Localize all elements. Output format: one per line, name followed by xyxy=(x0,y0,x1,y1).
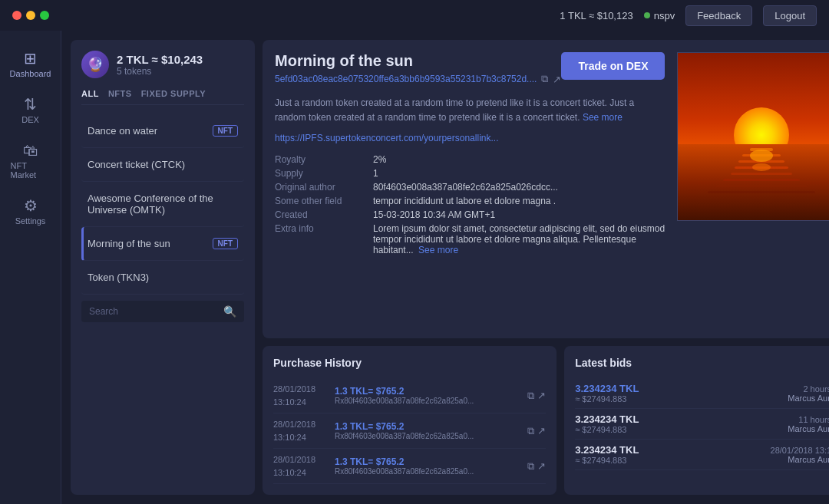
meta-value-created: 15-03-2018 10:34 AM GMT+1 xyxy=(373,209,665,220)
history-amount-0: 1.3 TKL= $765.2 Rx80f4603e008a387a08fe2c… xyxy=(335,386,520,405)
sidebar-item-nft-market[interactable]: 🛍 NFT Market xyxy=(5,135,57,187)
close-button[interactable] xyxy=(12,11,21,20)
content-area: 🔮 2 TKL ≈ $10,243 5 tokens ALL NFTS FIXE… xyxy=(61,31,829,504)
description-see-more[interactable]: See more xyxy=(583,112,623,123)
titlebar: 1 TKL ≈ $10,123 nspv Feedback Logout xyxy=(0,0,829,31)
history-amount-1: 1.3 TKL= $765.2 Rx80f4603e008a387a08fe2c… xyxy=(335,421,520,440)
copy-address-icon[interactable]: ⧉ xyxy=(541,73,548,85)
status-label: nspv xyxy=(654,10,675,21)
feedback-button[interactable]: Feedback xyxy=(685,5,752,26)
maximize-button[interactable] xyxy=(40,11,49,20)
bid-meta-2: 28/01/2018 13:10:24 Marcus Aurelius xyxy=(771,446,829,464)
history-row: 28/01/2018 13:10:24 1.3 TKL= $765.2 Rx80… xyxy=(273,378,546,413)
token-name: Dance on water xyxy=(88,125,157,137)
token-description: Just a random token created at a random … xyxy=(275,96,665,125)
token-title: Morning of the sun xyxy=(275,52,561,70)
svg-rect-8 xyxy=(723,179,800,181)
wallet-tokens: 5 tokens xyxy=(117,66,203,77)
token-name: Morning of the sun xyxy=(88,238,170,249)
wallet-header: 🔮 2 TKL ≈ $10,243 5 tokens xyxy=(81,51,244,78)
meta-label-other: Some other field xyxy=(275,196,367,206)
logout-button[interactable]: Logout xyxy=(763,5,817,26)
search-icon[interactable]: 🔍 xyxy=(223,305,236,318)
dex-icon: ⇅ xyxy=(24,97,37,112)
token-detail-header: Morning of the sun 5efd03ac08eac8e075320… xyxy=(275,52,665,96)
token-item-tkn3[interactable]: Token (TKN3) xyxy=(81,261,244,295)
bid-meta-1: 11 hours ago Marcus Aurelius xyxy=(788,415,829,433)
sidebar-item-label: Dashboard xyxy=(10,69,51,78)
history-row: 28/01/2018 13:10:24 1.3 TKL= $765.2 Rx80… xyxy=(273,413,546,449)
wallet-info: 2 TKL ≈ $10,243 5 tokens xyxy=(117,53,203,77)
token-name: Concert ticket (CTCK) xyxy=(88,159,185,170)
token-item-awesome-conf[interactable]: Awesome Conference of the Universe (OMTK… xyxy=(81,182,244,227)
history-date-2: 28/01/2018 13:10:24 xyxy=(273,453,327,479)
token-name: Token (TKN3) xyxy=(88,272,149,283)
sidebar-item-dex[interactable]: ⇅ DEX xyxy=(5,89,57,132)
sidebar: ⊞ Dashboard ⇅ DEX 🛍 NFT Market ⚙ Setting… xyxy=(0,31,61,504)
latest-bids-card: Latest bids 3.234234 TKL ≈ $27494.883 2 … xyxy=(564,346,829,495)
external-link-icon[interactable]: ↗ xyxy=(537,460,546,473)
header-status: nspv xyxy=(644,10,675,21)
meta-value-supply: 1 xyxy=(373,168,665,179)
sidebar-item-label: NFT Market xyxy=(11,161,51,180)
sidebar-item-dashboard[interactable]: ⊞ Dashboard xyxy=(5,43,57,86)
svg-point-12 xyxy=(752,163,771,171)
meta-value-extra: Lorem ipsum dolor sit amet, consectetur … xyxy=(373,223,665,255)
bid-amount-0: 3.234234 TKL ≈ $27494.883 xyxy=(575,383,780,404)
bid-row-1: 3.234234 TKL ≈ $27494.883 11 hours ago M… xyxy=(575,409,829,440)
meta-value-other: tempor incididunt ut labore et dolore ma… xyxy=(373,196,665,206)
copy-icon[interactable]: ⧉ xyxy=(527,390,534,402)
token-title-area: Morning of the sun 5efd03ac08eac8e075320… xyxy=(275,52,561,96)
purchase-history-title: Purchase History xyxy=(273,357,546,369)
wallet-icon: 🔮 xyxy=(81,51,109,78)
bid-row-0: 3.234234 TKL ≈ $27494.883 2 hours ago Ma… xyxy=(575,378,829,409)
external-link-icon[interactable]: ↗ xyxy=(537,390,546,402)
external-link-icon[interactable]: ↗ xyxy=(537,425,546,437)
history-icons-0: ⧉ ↗ xyxy=(527,390,546,402)
sidebar-item-settings[interactable]: ⚙ Settings xyxy=(5,190,57,233)
token-link[interactable]: https://IPFS.supertokenconcert.com/yourp… xyxy=(275,133,665,143)
bid-amount-2: 3.234234 TKL ≈ $27494.883 xyxy=(575,444,762,465)
dashboard-icon: ⊞ xyxy=(24,51,37,66)
nft-badge: NFT xyxy=(213,238,238,249)
copy-icon[interactable]: ⧉ xyxy=(527,425,534,437)
token-item-dance-on-water[interactable]: Dance on water NFT xyxy=(81,114,244,148)
token-item-concert-ticket[interactable]: Concert ticket (CTCK) xyxy=(81,148,244,182)
sidebar-item-label: DEX xyxy=(21,115,39,124)
token-meta: Royalty 2% Supply 1 Original author 80f4… xyxy=(275,154,665,255)
external-link-icon[interactable]: ↗ xyxy=(553,74,561,85)
traffic-lights xyxy=(12,11,49,20)
nft-market-icon: 🛍 xyxy=(23,143,38,158)
wallet-balance: 2 TKL ≈ $10,243 xyxy=(117,53,203,66)
token-address: 5efd03ac08eac8e075320ffe6a3bb6b9593a5523… xyxy=(275,73,561,85)
filter-tabs: ALL NFTS FIXED SUPPLY xyxy=(81,89,244,105)
filter-tab-fixed[interactable]: FIXED SUPPLY xyxy=(141,89,206,98)
token-item-morning-sun[interactable]: Morning of the sun NFT xyxy=(81,227,244,261)
main-layout: ⊞ Dashboard ⇅ DEX 🛍 NFT Market ⚙ Setting… xyxy=(0,31,829,504)
trade-on-dex-button[interactable]: Trade on DEX xyxy=(561,52,665,80)
history-amount-2: 1.3 TKL= $765.2 Rx80f4603e008a387a08fe2c… xyxy=(335,456,520,476)
sidebar-item-label: Settings xyxy=(15,216,46,226)
minimize-button[interactable] xyxy=(26,11,35,20)
extra-see-more[interactable]: See more xyxy=(418,245,458,255)
bid-amount-1: 3.234234 TKL ≈ $27494.883 xyxy=(575,413,780,434)
bid-meta-0: 2 hours ago Marcus Aurelius xyxy=(788,384,829,403)
filter-tab-nfts[interactable]: NFTS xyxy=(108,89,132,98)
left-panel: 🔮 2 TKL ≈ $10,243 5 tokens ALL NFTS FIXE… xyxy=(71,40,255,495)
nft-badge: NFT xyxy=(213,125,238,137)
token-sunset-image xyxy=(677,52,829,221)
copy-icon[interactable]: ⧉ xyxy=(527,460,534,473)
purchase-history-card: Purchase History 28/01/2018 13:10:24 1.3… xyxy=(263,346,557,495)
search-input[interactable] xyxy=(89,306,217,317)
search-area: 🔍 xyxy=(81,301,244,322)
svg-rect-9 xyxy=(715,185,808,187)
meta-value-author: 80f4603e008a387a08fe2c62a825a026cdcc... xyxy=(373,182,665,193)
main-content: Morning of the sun 5efd03ac08eac8e075320… xyxy=(263,40,829,495)
settings-icon: ⚙ xyxy=(24,198,38,213)
token-detail-left: Morning of the sun 5efd03ac08eac8e075320… xyxy=(275,52,665,255)
meta-label-created: Created xyxy=(275,209,367,220)
filter-tab-all[interactable]: ALL xyxy=(81,89,99,98)
history-date-1: 28/01/2018 13:10:24 xyxy=(273,418,327,443)
meta-label-royalty: Royalty xyxy=(275,154,367,165)
meta-value-royalty: 2% xyxy=(373,154,665,165)
